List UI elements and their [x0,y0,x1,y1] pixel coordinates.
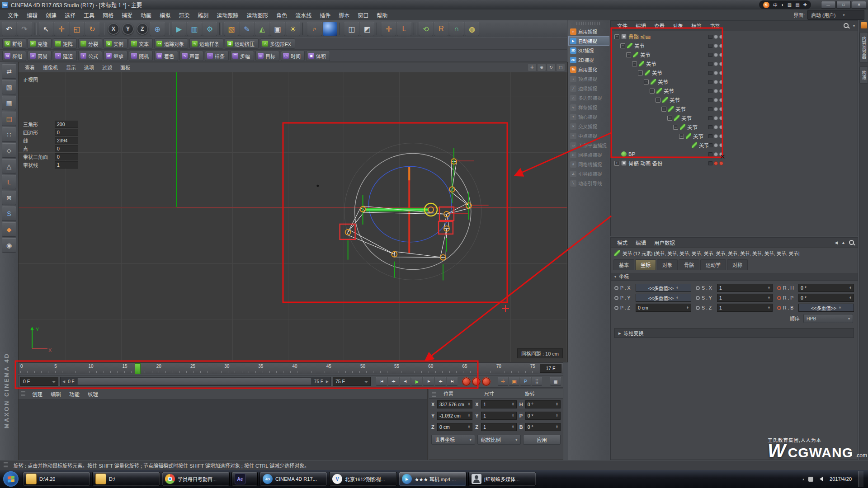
snap-option[interactable]: ✕ 交叉捕捉 [568,122,609,131]
attr-field[interactable]: <<多重值>> [636,294,691,302]
minimize-button[interactable]: — [821,1,835,9]
menu-item[interactable]: 流水线 [291,10,316,20]
close-button[interactable]: ✕ [852,1,866,9]
spinner-icon[interactable] [556,425,558,428]
size-field[interactable]: 1 [481,423,516,431]
palette-button[interactable]: ~样条 [205,51,229,61]
snap-option[interactable]: 3D 3D捕捉 [568,46,609,55]
expander-icon[interactable]: − [679,134,684,139]
history-nav-icon[interactable]: ▲ [841,240,845,245]
live-selection-icon[interactable]: ↖ [39,22,53,36]
apply-button[interactable]: 应用 [523,435,561,445]
object-row[interactable]: − 关节 [611,104,858,113]
visibility-dots[interactable] [708,62,723,66]
coordinate-system-icon[interactable]: ⊕ [150,22,165,36]
object-row[interactable]: − 关节 [611,95,858,104]
palette-button[interactable]: ∿声音 [179,51,203,61]
visibility-dots[interactable] [708,107,723,111]
object-name[interactable]: 关节 [687,123,698,131]
spinner-icon[interactable] [512,414,514,417]
object-name[interactable]: 关节 [670,96,680,103]
expander-icon[interactable]: − [644,80,649,84]
material-menu-item[interactable]: 功能 [66,389,83,399]
palette-button[interactable]: ↝追踪对象 [154,38,188,49]
ime-icon[interactable]: 中 [773,1,778,8]
current-frame-field[interactable]: 17 F [540,364,561,373]
taskbar-button[interactable]: [红蜘蛛多媒体... [468,472,536,486]
object-row[interactable]: BP [611,150,858,159]
spinner-icon[interactable] [556,403,558,406]
expander-icon[interactable]: − [656,98,660,103]
scale-tool-icon[interactable]: ◱ [70,22,84,36]
spinner-icon[interactable]: ◂▸ [52,380,56,384]
menu-item[interactable]: 角色 [272,10,291,20]
object-name[interactable]: 关节 [675,105,686,113]
snap-option[interactable]: ÷ 中点捕捉 [568,131,609,141]
attr-field[interactable]: 0 ° [798,294,854,302]
dock-tab[interactable]: 内容浏览器 [859,32,868,63]
object-row[interactable]: − 关节 [611,86,858,95]
expander-icon[interactable]: − [661,107,666,112]
pan-view-icon[interactable]: ✛ [528,64,536,71]
menu-item[interactable]: 选择 [61,10,80,20]
object-menu-item[interactable]: 查看 [651,21,668,30]
attribute-menu-item[interactable]: 用户数据 [651,238,679,247]
rotation-field[interactable]: 0 ° [525,423,561,431]
view-filter-icon[interactable]: ◩ [360,22,374,36]
spinner-icon[interactable] [849,286,852,290]
ime-icon[interactable]: ▤ [795,2,799,7]
object-menu-item[interactable]: 编辑 [632,21,650,30]
keyframe-dot-icon[interactable] [696,296,700,300]
edges-mode-icon[interactable]: ◇ [2,143,16,158]
snap-toggle-icon[interactable]: S [2,206,16,221]
viewport-menu-item[interactable]: 摄像机 [39,63,61,72]
viewport[interactable]: 查看摄像机显示选项过滤面板 ✛⊕↻▢ 正视图 三角形200四边形0线2394点0… [18,62,568,362]
visibility-dots[interactable] [708,71,723,75]
interface-dropdown[interactable]: 启动 (用户) ▾ [807,10,864,20]
maximize-button[interactable]: □ [836,1,851,9]
keyframe-dot-icon[interactable] [614,306,618,310]
range-start-field[interactable]: 0 F◂▸ [20,377,58,386]
menu-item[interactable]: 帮助 [373,10,392,20]
palette-button[interactable]: ⧉群组 [2,38,26,49]
object-row[interactable]: − 关节 [611,59,858,68]
render-region-icon[interactable]: ▥ [187,22,202,36]
viewport-canvas[interactable] [19,62,567,362]
keyframe-dot-icon[interactable] [614,286,618,290]
add-cube-icon[interactable]: ▧ [224,22,239,36]
record-pla-toggle[interactable]: ⣿ [532,377,542,386]
snap-option[interactable]: • 顶点捕捉 [568,74,609,84]
slider-right-arrow-icon[interactable]: ▶ [326,380,329,384]
object-name[interactable]: 骨骼 动画 备份 [628,160,662,167]
attribute-tab[interactable]: 坐标 [635,259,656,270]
visibility-dots[interactable] [708,35,723,39]
zoom-view-icon[interactable]: ⊕ [538,64,546,71]
expander-icon[interactable]: − [614,34,619,39]
snap-option[interactable]: ∩ 启用捕捉 [568,27,609,36]
range-end-field[interactable]: 75 F◂▸ [333,377,371,386]
object-menu-item[interactable]: 标签 [688,21,705,30]
palette-button[interactable]: ∿运动样条 [189,38,223,49]
object-menu-item[interactable]: 文件 [613,21,631,30]
menu-item[interactable]: 运动跟踪 [212,10,242,20]
attr-field[interactable]: 0 cm [636,304,691,312]
material-menu-item[interactable]: 纹理 [84,389,102,399]
expander-icon[interactable]: − [673,125,678,130]
position-field[interactable]: 337.576 cm [437,400,472,408]
slider-track[interactable] [77,378,311,385]
add-generator-icon[interactable]: ◭ [255,22,269,36]
character-icon[interactable]: R [434,22,448,36]
ime-icon[interactable]: ▥ [788,2,792,7]
object-menu-item[interactable]: 对象 [669,21,687,30]
menu-item[interactable]: 窗口 [354,10,373,20]
menu-item[interactable]: 创建 [42,10,61,20]
coordinate-mode-dropdown[interactable]: 世界坐标▾ [431,435,475,445]
rotation-field[interactable]: 0 ° [525,412,561,420]
spinner-icon[interactable] [676,296,679,300]
record-parameter-toggle[interactable]: P [520,377,531,386]
spinner-icon[interactable] [467,414,470,417]
palette-button[interactable]: ⬚矩阵 [53,38,77,49]
lock-x-icon[interactable]: X [108,23,119,35]
viewport-menu-item[interactable]: 选项 [80,63,98,72]
attr-field[interactable]: 1 [717,284,773,292]
